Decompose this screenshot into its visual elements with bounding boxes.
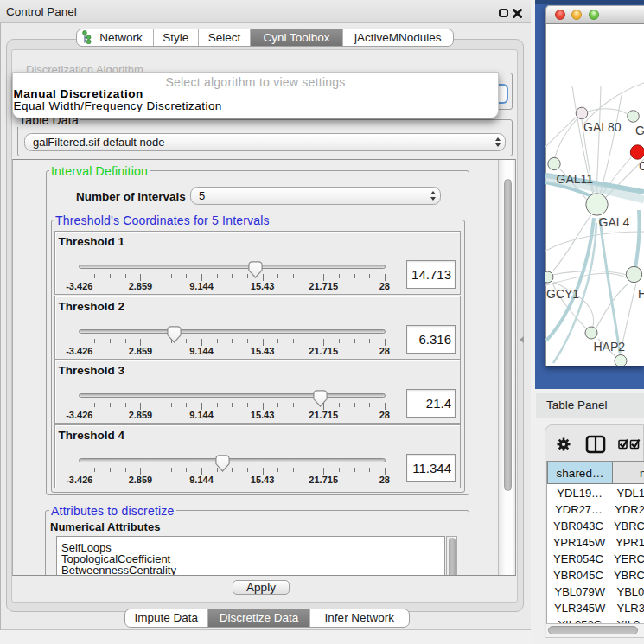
svg-text:GAL80: GAL80	[583, 120, 622, 134]
svg-text:GAL11: GAL11	[557, 172, 594, 186]
svg-text:H: H	[638, 287, 644, 301]
svg-text:GA: GA	[635, 124, 644, 137]
svg-text:HAP2: HAP2	[594, 340, 626, 354]
svg-text:GCY1: GCY1	[546, 287, 579, 301]
svg-text:GAL4: GAL4	[599, 215, 630, 229]
svg-text:C: C	[639, 159, 644, 173]
